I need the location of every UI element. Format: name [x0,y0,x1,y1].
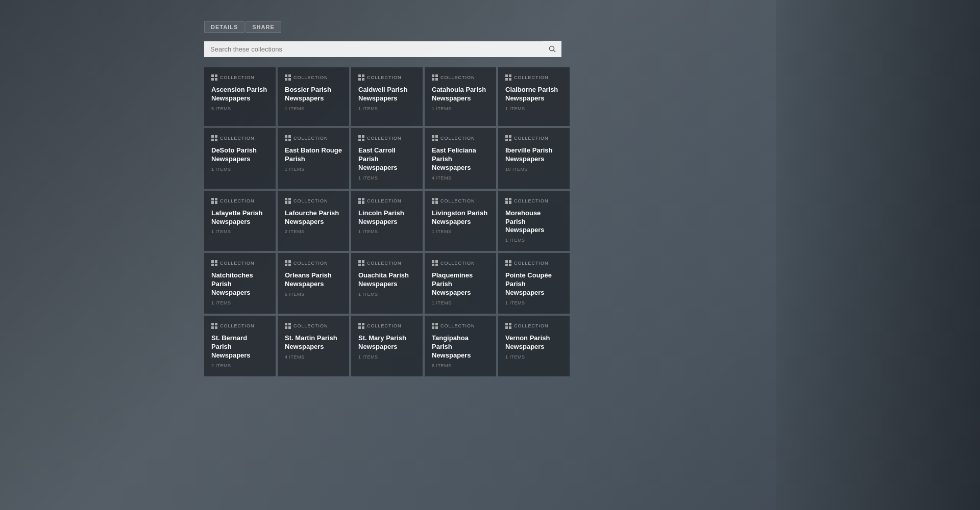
collection-grid-icon [211,323,217,329]
collection-grid-icon [358,260,364,266]
card-type: COLLECTION [211,323,268,329]
collection-card[interactable]: COLLECTION Iberville Parish Newspapers 1… [498,128,570,189]
card-title: Livingston Parish Newspapers [432,209,489,226]
card-type-label: COLLECTION [440,261,475,266]
card-title: Claiborne Parish Newspapers [505,86,562,103]
collection-card[interactable]: COLLECTION Lafayette Parish Newspapers 1… [204,191,276,251]
card-title: Morehouse Parish Newspapers [505,209,562,235]
collection-card[interactable]: COLLECTION Lafourche Parish Newspapers 2… [278,191,349,251]
card-type: COLLECTION [432,323,489,329]
card-title: East Feliciana Parish Newspapers [432,146,489,172]
collection-card[interactable]: COLLECTION Vernon Parish Newspapers 1 IT… [498,316,570,376]
card-items: 1 ITEMS [505,238,562,243]
card-type-label: COLLECTION [440,323,475,328]
tab-share[interactable]: SHARE [246,21,281,33]
collection-grid-icon [505,135,511,141]
collection-card[interactable]: COLLECTION Catahoula Parish Newspapers 1… [425,67,496,126]
collection-card[interactable]: COLLECTION St. Mary Parish Newspapers 1 … [351,316,423,376]
card-type-label: COLLECTION [293,198,328,203]
search-input[interactable] [204,41,543,57]
collection-card[interactable]: COLLECTION Plaquemines Parish Newspapers… [425,253,496,314]
collection-card[interactable]: COLLECTION Claiborne Parish Newspapers 1… [498,67,570,126]
collection-grid-icon [432,135,438,141]
svg-line-1 [554,50,556,53]
card-type: COLLECTION [285,74,342,81]
card-type-label: COLLECTION [220,198,255,203]
collection-grid-icon [505,323,511,329]
card-title: Orleans Parish Newspapers [285,271,342,289]
card-title: East Carroll Parish Newspapers [358,146,415,172]
collection-card[interactable]: COLLECTION St. Martin Parish Newspapers … [278,316,349,376]
collection-grid-icon [358,323,364,329]
collection-card[interactable]: COLLECTION East Feliciana Parish Newspap… [425,128,496,189]
collection-card[interactable]: COLLECTION Tangipahoa Parish Newspapers … [425,316,496,376]
card-type: COLLECTION [505,74,562,81]
collection-card[interactable]: COLLECTION Ouachita Parish Newspapers 1 … [351,253,423,314]
card-items: 1 ITEMS [211,229,268,234]
card-title: Bossier Parish Newspapers [285,86,342,103]
collection-card[interactable]: COLLECTION Pointe Coupée Parish Newspape… [498,253,570,314]
card-type: COLLECTION [358,260,415,266]
card-items: 6 ITEMS [432,363,489,368]
card-type: COLLECTION [285,135,342,141]
card-type: COLLECTION [211,198,268,204]
card-type-label: COLLECTION [514,323,549,328]
tab-bar: DETAILS SHARE [204,21,980,33]
card-type: COLLECTION [211,74,268,81]
card-items: 1 ITEMS [358,229,415,234]
card-type: COLLECTION [432,198,489,204]
collection-grid-icon [505,74,511,81]
card-items: 4 ITEMS [432,175,489,181]
collection-grid-icon [358,198,364,204]
collection-card[interactable]: COLLECTION East Baton Rouge Parish 1 ITE… [278,128,349,189]
card-type: COLLECTION [285,260,342,266]
collection-card[interactable]: COLLECTION Livingston Parish Newspapers … [425,191,496,251]
collection-card[interactable]: COLLECTION East Carroll Parish Newspaper… [351,128,423,189]
collections-grid: COLLECTION Ascension Parish Newspapers 5… [204,67,570,376]
card-type: COLLECTION [432,135,489,141]
card-type-label: COLLECTION [367,75,402,80]
card-title: Catahoula Parish Newspapers [432,86,489,103]
card-items: 1 ITEMS [505,354,562,360]
collection-card[interactable]: COLLECTION St. Bernard Parish Newspapers… [204,316,276,376]
card-title: Lafayette Parish Newspapers [211,209,268,226]
collection-card[interactable]: COLLECTION Natchitoches Parish Newspaper… [204,253,276,314]
card-type: COLLECTION [211,135,268,141]
card-type-label: COLLECTION [220,261,255,266]
collection-grid-icon [505,260,511,266]
collection-grid-icon [285,198,291,204]
card-title: Ascension Parish Newspapers [211,86,268,103]
collection-grid-icon [285,323,291,329]
collection-grid-icon [432,260,438,266]
card-type: COLLECTION [285,323,342,329]
collection-card[interactable]: COLLECTION Morehouse Parish Newspapers 1… [498,191,570,251]
collection-card[interactable]: COLLECTION Caldwell Parish Newspapers 1 … [351,67,423,126]
card-title: Vernon Parish Newspapers [505,334,562,351]
card-title: Tangipahoa Parish Newspapers [432,334,489,360]
collection-card[interactable]: COLLECTION Orleans Parish Newspapers 6 I… [278,253,349,314]
card-title: St. Mary Parish Newspapers [358,334,415,351]
card-title: Caldwell Parish Newspapers [358,86,415,103]
card-type-label: COLLECTION [440,198,475,203]
card-type-label: COLLECTION [293,75,328,80]
card-title: Pointe Coupée Parish Newspapers [505,271,562,297]
card-items: 1 ITEMS [285,106,342,111]
search-bar [204,41,561,57]
collection-grid-icon [211,74,217,81]
collection-card[interactable]: COLLECTION Bossier Parish Newspapers 1 I… [278,67,349,126]
collection-card[interactable]: COLLECTION Ascension Parish Newspapers 5… [204,67,276,126]
card-type: COLLECTION [432,74,489,81]
card-type-label: COLLECTION [293,323,328,328]
collection-grid-icon [285,260,291,266]
card-title: Lafourche Parish Newspapers [285,209,342,226]
tab-details[interactable]: DETAILS [204,21,244,33]
card-type-label: COLLECTION [220,75,255,80]
card-items: 1 ITEMS [432,229,489,234]
search-button[interactable] [543,41,561,57]
collection-card[interactable]: COLLECTION Lincoln Parish Newspapers 1 I… [351,191,423,251]
card-items: 1 ITEMS [285,167,342,172]
svg-point-0 [550,46,554,51]
collection-grid-icon [211,135,217,141]
card-type-label: COLLECTION [514,198,549,203]
collection-card[interactable]: COLLECTION DeSoto Parish Newspapers 1 IT… [204,128,276,189]
